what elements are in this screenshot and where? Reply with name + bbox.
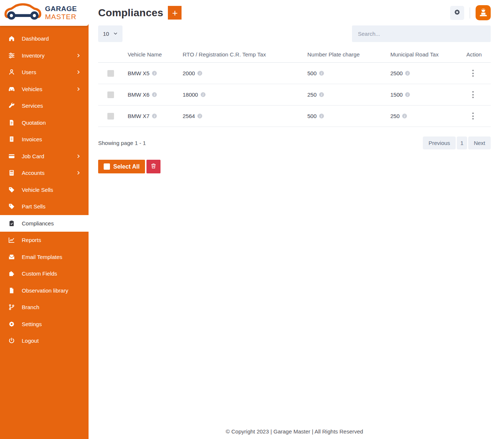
settings-gear-button[interactable] (450, 6, 464, 20)
chevron-right-icon (76, 53, 80, 58)
rto-value: 18000 (183, 91, 198, 98)
rto-value: 2564 (183, 113, 195, 119)
row-checkbox[interactable] (107, 70, 114, 77)
sidebar-item-part-sells[interactable]: Part Sells (0, 198, 89, 215)
pagination-row: Showing page 1 - 1 Previous 1 Next (98, 136, 491, 149)
clipboard-check-icon (8, 220, 15, 227)
page-size-select[interactable]: 10 (98, 25, 122, 42)
brand-name-top: GARAGE (45, 5, 77, 13)
sidebar-item-inventory[interactable]: Inventory (0, 47, 89, 64)
sidebar-item-vehicle-sells[interactable]: Vehicle Sells (0, 182, 89, 198)
rto-value: 2000 (183, 70, 195, 76)
info-icon[interactable] (197, 114, 202, 118)
info-icon[interactable] (405, 92, 410, 97)
plate-value: 500 (307, 113, 317, 119)
sidebar-item-branch[interactable]: Branch (0, 299, 89, 316)
gear-icon (8, 321, 15, 328)
search-input[interactable] (352, 25, 491, 42)
row-actions-menu-icon[interactable] (466, 90, 474, 100)
municipal-value: 250 (390, 113, 400, 119)
sidebar-item-label: Vehicles (22, 86, 42, 92)
info-icon[interactable] (197, 71, 202, 76)
row-checkbox[interactable] (107, 91, 114, 98)
page-size-value: 10 (103, 31, 109, 37)
trash-icon (150, 163, 157, 170)
row-actions-menu-icon[interactable] (466, 111, 474, 121)
info-icon[interactable] (152, 92, 157, 97)
info-icon[interactable] (152, 114, 157, 118)
table-row: BMW X5 2000 500 2500 (98, 63, 491, 84)
sidebar-item-label: Logout (22, 338, 39, 344)
sidebar-item-quotation[interactable]: Quotation (0, 114, 89, 131)
sidebar-item-accounts[interactable]: Accounts (0, 165, 89, 182)
row-actions-menu-icon[interactable] (466, 68, 474, 78)
sidebar-item-settings[interactable]: Settings (0, 316, 89, 333)
user-avatar-button[interactable] (476, 5, 491, 20)
chevron-right-icon (76, 87, 80, 91)
credit-card-icon (8, 153, 15, 160)
vehicle-name: BMW X7 (128, 113, 149, 119)
brand-name-bottom: MASTER (45, 13, 77, 21)
municipal-value: 1500 (390, 91, 403, 98)
table-toolbar: 10 (98, 25, 491, 42)
select-column-header (98, 46, 128, 63)
select-all-button[interactable]: Select All (98, 160, 145, 173)
git-branch-icon (8, 304, 15, 311)
header-divider (470, 7, 470, 18)
sidebar-item-label: Job Card (22, 153, 44, 159)
previous-page-button[interactable]: Previous (423, 136, 455, 149)
sidebar-item-vehicles[interactable]: Vehicles (0, 81, 89, 98)
page-number-button[interactable]: 1 (457, 136, 467, 149)
sidebar-item-label: Inventory (22, 52, 45, 59)
row-checkbox[interactable] (107, 113, 114, 120)
sidebar-item-observation-library[interactable]: Observation library (0, 282, 89, 299)
select-all-checkbox[interactable] (104, 163, 110, 170)
sidebar-item-compliances[interactable]: Compliances (0, 215, 89, 232)
plate-value: 250 (307, 91, 317, 98)
sliders-icon (8, 52, 15, 59)
sidebar-item-email-templates[interactable]: Email Templates (0, 249, 89, 266)
column-header-vehicle: Vehicle Name (128, 46, 183, 63)
table-row: BMW X7 2564 500 250 (98, 106, 491, 127)
vehicle-name: BMW X6 (128, 91, 149, 98)
info-icon[interactable] (319, 71, 324, 76)
user-at-desk-icon (478, 7, 489, 19)
add-compliance-button[interactable]: + (168, 6, 182, 20)
sidebar-item-custom-fields[interactable]: Custom Fields (0, 265, 89, 282)
info-icon[interactable] (319, 114, 324, 118)
chevron-right-icon (76, 154, 80, 158)
sidebar-item-label: Observation library (22, 287, 68, 294)
select-all-label: Select All (113, 163, 139, 170)
column-header-plate: Number Plate charge (307, 46, 390, 63)
info-icon[interactable] (152, 71, 157, 76)
sidebar-item-users[interactable]: Users (0, 64, 89, 81)
delete-selected-button[interactable] (146, 160, 160, 173)
app-window: GARAGE MASTER Dashboard Inventory Users (0, 0, 504, 439)
home-icon (8, 35, 15, 42)
plate-value: 500 (307, 70, 317, 76)
sidebar-item-reports[interactable]: Reports (0, 232, 89, 249)
info-icon[interactable] (402, 114, 407, 118)
sidebar-nav: Dashboard Inventory Users Vehicles Servi… (0, 26, 89, 349)
wrench-icon (8, 102, 15, 109)
sidebar-item-invoices[interactable]: Invoices (0, 131, 89, 148)
sidebar-item-label: Accounts (22, 170, 45, 176)
sidebar-item-dashboard[interactable]: Dashboard (0, 30, 89, 47)
file-icon (8, 287, 15, 294)
bulk-actions: Select All (98, 160, 491, 173)
sidebar-item-services[interactable]: Services (0, 97, 89, 114)
brand-logo[interactable]: GARAGE MASTER (0, 0, 89, 26)
sidebar-item-label: Invoices (22, 136, 42, 142)
sidebar-item-label: Email Templates (22, 254, 62, 260)
sidebar-item-logout[interactable]: Logout (0, 332, 89, 349)
page-header: Compliances + (98, 5, 491, 20)
column-header-rto: RTO / Registration C.R. Temp Tax (183, 46, 307, 63)
sidebar-item-job-card[interactable]: Job Card (0, 148, 89, 165)
info-icon[interactable] (405, 71, 410, 76)
next-page-button[interactable]: Next (468, 136, 491, 149)
calculator-icon (8, 169, 15, 176)
column-header-municipal: Municipal Road Tax (390, 46, 466, 63)
file-text-icon (8, 119, 15, 126)
info-icon[interactable] (319, 92, 324, 97)
info-icon[interactable] (201, 92, 206, 97)
